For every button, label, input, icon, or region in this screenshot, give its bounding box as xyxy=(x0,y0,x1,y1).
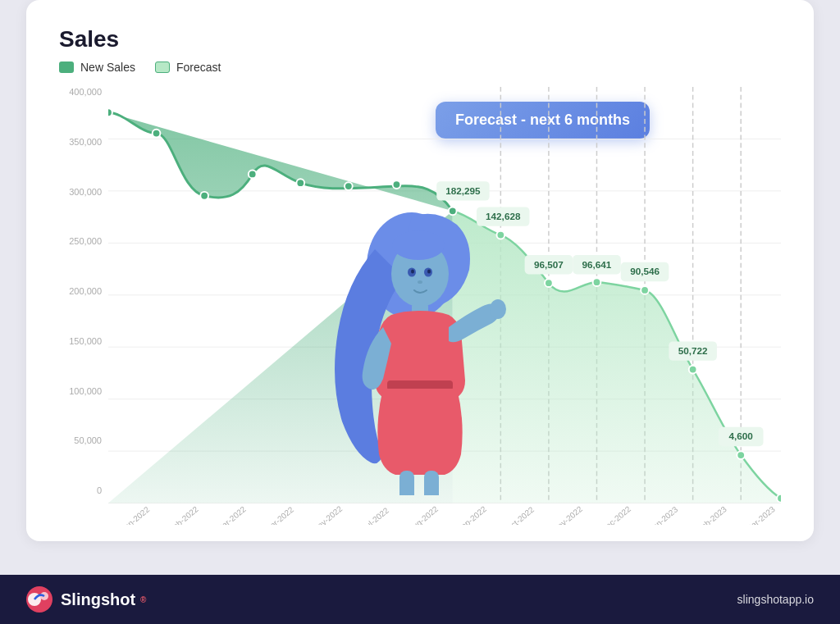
x-label-may22: May-2022 xyxy=(306,500,349,525)
y-label-100k: 100,000 xyxy=(59,386,108,396)
footer-url: slingshotapp.io xyxy=(737,593,814,606)
legend-new-sales-label: New Sales xyxy=(80,61,135,74)
x-label-jan22: Jan-2022 xyxy=(114,500,157,525)
svg-point-33 xyxy=(641,286,649,294)
brand-name: Slingshot xyxy=(61,590,135,609)
x-label-oct22: Oct-2022 xyxy=(498,500,541,525)
svg-text:90,546: 90,546 xyxy=(630,266,660,276)
x-label-apr22: Apr-2022 xyxy=(258,500,301,525)
y-label-250k: 250,000 xyxy=(59,236,108,246)
legend-forecast-color xyxy=(155,61,170,73)
svg-point-39 xyxy=(737,451,745,459)
svg-point-36 xyxy=(689,366,697,374)
svg-point-14 xyxy=(108,108,112,116)
y-axis: 0 50,000 100,000 150,000 200,000 250,000… xyxy=(59,87,108,525)
x-label-sep22: Sep-2022 xyxy=(450,500,493,525)
svg-point-18 xyxy=(296,179,304,187)
svg-point-21 xyxy=(449,207,457,215)
svg-text:50,722: 50,722 xyxy=(678,345,708,356)
svg-text:142,628: 142,628 xyxy=(486,211,521,221)
chart-svg: 182,295 142,628 96,507 96,641 90,546 xyxy=(108,87,781,503)
y-label-350k: 350,000 xyxy=(59,137,108,147)
footer: Slingshot ® slingshotapp.io xyxy=(0,575,840,624)
y-label-0: 0 xyxy=(59,485,108,495)
svg-point-16 xyxy=(200,192,208,200)
legend-new-sales-color xyxy=(59,61,74,73)
x-label-jan23: Jan-2023 xyxy=(642,500,685,525)
svg-point-20 xyxy=(393,180,401,189)
x-label-aug22: Aug-2022 xyxy=(402,500,445,525)
legend-new-sales: New Sales xyxy=(59,61,135,74)
y-label-150k: 150,000 xyxy=(59,336,108,346)
chart-area: 0 50,000 100,000 150,000 200,000 250,000… xyxy=(59,87,781,525)
y-label-200k: 200,000 xyxy=(59,286,108,296)
x-label-nov22: Nov-2022 xyxy=(546,500,589,525)
svg-point-30 xyxy=(593,278,601,286)
slingshot-logo-icon xyxy=(26,586,52,613)
svg-text:96,507: 96,507 xyxy=(534,259,564,270)
x-label-mar23: Mar-2023 xyxy=(738,500,781,525)
chart-card: Sales New Sales Forecast 0 50,000 100,00… xyxy=(26,0,814,541)
svg-text:182,295: 182,295 xyxy=(445,185,481,196)
trademark-dot: ® xyxy=(140,595,146,604)
svg-point-17 xyxy=(249,171,257,179)
chart-inner: Forecast - next 6 months xyxy=(108,87,781,525)
x-label-dec22: Dec-2022 xyxy=(595,500,637,525)
x-label-feb23: Feb-2023 xyxy=(691,500,733,525)
x-label-mar22: Mar-2022 xyxy=(210,500,253,525)
y-label-50k: 50,000 xyxy=(59,435,108,445)
svg-point-15 xyxy=(153,130,161,138)
x-label-feb22: Feb-2022 xyxy=(162,500,204,525)
svg-text:96,641: 96,641 xyxy=(582,259,612,270)
svg-point-24 xyxy=(496,231,504,239)
y-label-400k: 400,000 xyxy=(59,87,108,97)
svg-point-27 xyxy=(545,279,553,287)
x-label-jul22: Jul-2022 xyxy=(354,500,397,525)
chart-title: Sales xyxy=(59,26,781,52)
svg-point-19 xyxy=(345,182,353,190)
legend-forecast-label: Forecast xyxy=(176,61,221,74)
svg-text:4,600: 4,600 xyxy=(729,430,754,441)
chart-legend: New Sales Forecast xyxy=(59,61,781,74)
brand: Slingshot ® xyxy=(26,586,146,613)
legend-forecast: Forecast xyxy=(155,61,221,74)
y-label-300k: 300,000 xyxy=(59,187,108,197)
x-axis: Jan-2022 Feb-2022 Mar-2022 Apr-2022 May-… xyxy=(108,495,781,525)
